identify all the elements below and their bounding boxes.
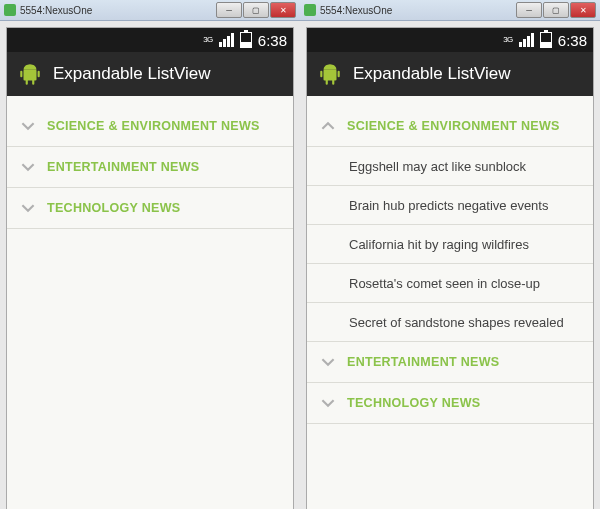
svg-rect-11 <box>338 71 340 78</box>
signal-icon <box>219 33 234 47</box>
list-item-label: Secret of sandstone shapes revealed <box>349 315 564 330</box>
device-screen: 3G 6:38 Expandable ListView SCIENCE & EN… <box>6 27 294 509</box>
window-titlebar[interactable]: 5554:NexusOne ─ ▢ ✕ <box>0 0 300 21</box>
app-title: Expandable ListView <box>353 64 511 84</box>
svg-rect-12 <box>326 79 328 84</box>
list-item-label: Eggshell may act like sunblock <box>349 159 526 174</box>
list-item[interactable]: Rosetta's comet seen in close-up <box>307 264 593 303</box>
clock-label: 6:38 <box>258 32 287 49</box>
group-label: TECHNOLOGY NEWS <box>47 201 180 215</box>
list-item-label: Rosetta's comet seen in close-up <box>349 276 540 291</box>
group-label: ENTERTAINMENT NEWS <box>347 355 499 369</box>
group-header-science[interactable]: SCIENCE & ENVIRONMENT NEWS <box>7 106 293 147</box>
group-label: SCIENCE & ENVIRONMENT NEWS <box>347 119 560 133</box>
signal-icon <box>519 33 534 47</box>
window-maximize-button[interactable]: ▢ <box>243 2 269 18</box>
list-item[interactable]: Eggshell may act like sunblock <box>307 147 593 186</box>
group-header-entertainment[interactable]: ENTERTAINMENT NEWS <box>7 147 293 188</box>
app-window-icon <box>4 4 16 16</box>
emulator-window-right: 5554:NexusOne ─ ▢ ✕ 3G 6:38 Expandable L… <box>300 0 600 509</box>
svg-rect-6 <box>32 79 34 84</box>
network-type-label: 3G <box>503 36 513 44</box>
battery-icon <box>540 32 552 48</box>
app-window-icon <box>304 4 316 16</box>
svg-rect-10 <box>320 71 322 78</box>
chevron-up-icon <box>321 119 335 133</box>
chevron-down-icon <box>321 396 335 410</box>
action-bar: Expandable ListView <box>7 52 293 96</box>
device-screen: 3G 6:38 Expandable ListView SCIENCE & EN… <box>306 27 594 509</box>
svg-rect-3 <box>20 71 22 78</box>
list-item[interactable]: Secret of sandstone shapes revealed <box>307 303 593 342</box>
android-logo-icon <box>17 61 43 87</box>
group-label: ENTERTAINMENT NEWS <box>47 160 199 174</box>
android-status-bar: 3G 6:38 <box>7 28 293 52</box>
expandable-list[interactable]: SCIENCE & ENVIRONMENT NEWS ENTERTAINMENT… <box>7 96 293 229</box>
svg-rect-4 <box>38 71 40 78</box>
svg-rect-13 <box>332 79 334 84</box>
group-header-science[interactable]: SCIENCE & ENVIRONMENT NEWS <box>307 106 593 147</box>
clock-label: 6:38 <box>558 32 587 49</box>
window-minimize-button[interactable]: ─ <box>216 2 242 18</box>
battery-icon <box>240 32 252 48</box>
list-item[interactable]: California hit by raging wildfires <box>307 225 593 264</box>
android-logo-icon <box>317 61 343 87</box>
chevron-down-icon <box>21 160 35 174</box>
window-close-button[interactable]: ✕ <box>570 2 596 18</box>
chevron-down-icon <box>21 119 35 133</box>
network-type-label: 3G <box>203 36 213 44</box>
window-titlebar[interactable]: 5554:NexusOne ─ ▢ ✕ <box>300 0 600 21</box>
emulator-window-left: 5554:NexusOne ─ ▢ ✕ 3G 6:38 Expandable L… <box>0 0 300 509</box>
chevron-down-icon <box>21 201 35 215</box>
group-label: TECHNOLOGY NEWS <box>347 396 480 410</box>
group-label: SCIENCE & ENVIRONMENT NEWS <box>47 119 260 133</box>
group-header-entertainment[interactable]: ENTERTAINMENT NEWS <box>307 342 593 383</box>
list-item-label: Brain hub predicts negative events <box>349 198 548 213</box>
svg-rect-5 <box>26 79 28 84</box>
action-bar: Expandable ListView <box>307 52 593 96</box>
group-header-technology[interactable]: TECHNOLOGY NEWS <box>7 188 293 229</box>
window-close-button[interactable]: ✕ <box>270 2 296 18</box>
expandable-list[interactable]: SCIENCE & ENVIRONMENT NEWS Eggshell may … <box>307 96 593 424</box>
app-title: Expandable ListView <box>53 64 211 84</box>
chevron-down-icon <box>321 355 335 369</box>
list-item[interactable]: Brain hub predicts negative events <box>307 186 593 225</box>
svg-rect-7 <box>324 70 337 81</box>
svg-rect-0 <box>24 70 37 81</box>
group-header-technology[interactable]: TECHNOLOGY NEWS <box>307 383 593 424</box>
list-item-label: California hit by raging wildfires <box>349 237 529 252</box>
window-maximize-button[interactable]: ▢ <box>543 2 569 18</box>
window-minimize-button[interactable]: ─ <box>516 2 542 18</box>
window-title: 5554:NexusOne <box>20 5 216 16</box>
android-status-bar: 3G 6:38 <box>307 28 593 52</box>
window-title: 5554:NexusOne <box>320 5 516 16</box>
